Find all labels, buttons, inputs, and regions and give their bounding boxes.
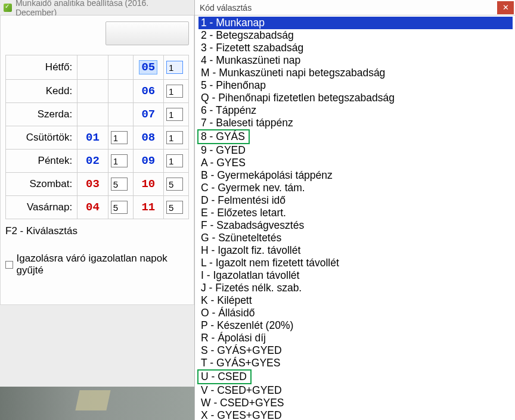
day-code-2 — [164, 196, 189, 219]
code-input[interactable] — [111, 178, 128, 191]
code-input[interactable] — [166, 85, 183, 98]
day-code-1 — [108, 103, 133, 126]
code-item[interactable]: J - Fizetés nélk. szab. — [198, 282, 513, 294]
code-item[interactable]: Q - Pihenőnapi fizetetlen betegszabadság — [198, 92, 513, 104]
day-row: Szerda:07 — [6, 103, 189, 126]
code-item[interactable]: G - Szüneteltetés — [198, 232, 513, 244]
main-body: Hétfő:05Kedd:06Szerda:07Csütörtök:0108Pé… — [0, 15, 194, 305]
day-number-2: 08 — [133, 126, 164, 150]
checkbox-box[interactable] — [5, 261, 13, 269]
day-row: Kedd:06 — [6, 80, 189, 103]
main-window: Munkaidő analitika beállítása (2016. Dec… — [0, 0, 194, 420]
code-input[interactable] — [111, 201, 128, 214]
day-number-1 — [77, 80, 108, 103]
code-item[interactable]: 1 - Munkanap — [198, 17, 513, 29]
day-code-2 — [164, 150, 189, 173]
day-grid: Hétfő:05Kedd:06Szerda:07Csütörtök:0108Pé… — [5, 55, 189, 219]
day-number-1: 02 — [77, 150, 108, 173]
day-code-1 — [108, 196, 133, 219]
day-code-2 — [164, 55, 189, 80]
close-icon: ✕ — [502, 3, 509, 12]
code-input[interactable] — [111, 154, 128, 167]
day-row: Vasárnap:0411 — [6, 196, 189, 219]
day-label: Csütörtök: — [6, 126, 77, 150]
day-number-1 — [77, 55, 108, 80]
code-input[interactable] — [166, 201, 183, 214]
day-code-2 — [164, 173, 189, 196]
day-number-2: 07 — [133, 103, 164, 126]
checkbox-label: Igazolásra váró igazolatlan napok gyűjté — [17, 253, 190, 276]
day-number-2: 05 — [133, 55, 164, 80]
code-item[interactable]: 3 - Fizetett szabadság — [198, 42, 513, 54]
code-dialog-title: Kód választás — [200, 3, 252, 13]
day-number-1: 03 — [77, 173, 108, 196]
day-code-1 — [108, 80, 133, 103]
toolbar-button[interactable] — [106, 21, 189, 45]
day-number-1: 01 — [77, 126, 108, 150]
day-label: Hétfő: — [6, 55, 77, 80]
day-number-2: 10 — [133, 173, 164, 196]
code-item[interactable]: K - Kilépett — [198, 294, 513, 307]
day-label: Péntek: — [6, 150, 77, 173]
checkbox-row[interactable]: Igazolásra váró igazolatlan napok gyűjté — [5, 253, 189, 276]
day-row: Csütörtök:0108 — [6, 126, 189, 150]
code-item[interactable]: U - CSED — [197, 369, 252, 384]
code-item[interactable]: T - GYÁS+GYES — [198, 357, 513, 369]
hint-text: F2 - Kiválasztás — [5, 225, 189, 237]
code-item[interactable]: C - Gyermek nev. tám. — [198, 182, 513, 194]
code-input[interactable] — [111, 131, 128, 144]
code-item[interactable]: D - Felmentési idő — [198, 194, 513, 207]
day-code-2 — [164, 103, 189, 126]
code-item[interactable]: 6 - Táppénz — [198, 104, 513, 117]
code-item[interactable]: O - Állásidő — [198, 307, 513, 319]
code-input[interactable] — [166, 61, 183, 74]
code-input[interactable] — [166, 108, 183, 121]
day-label: Szombat: — [6, 173, 77, 196]
code-item[interactable]: A - GYES — [198, 157, 513, 169]
code-input[interactable] — [166, 154, 183, 167]
day-code-1 — [108, 126, 133, 150]
code-item[interactable]: P - Készenlét (20%) — [198, 319, 513, 332]
day-number-1: 04 — [77, 196, 108, 219]
code-item[interactable]: 2 - Betegszabadság — [198, 29, 513, 42]
code-item[interactable]: 8 - GYÁS — [197, 129, 250, 144]
code-item[interactable]: I - Igazolatlan távollét — [198, 269, 513, 282]
day-label: Vasárnap: — [6, 196, 77, 219]
app-icon — [4, 4, 12, 12]
code-input[interactable] — [166, 131, 183, 144]
code-item[interactable]: 7 - Baleseti táppénz — [198, 117, 513, 129]
code-item[interactable]: W - CSED+GYES — [198, 397, 513, 409]
code-item[interactable]: V - CSED+GYED — [198, 384, 513, 397]
day-number-2: 06 — [133, 80, 164, 103]
code-dialog: Kód választás ✕ 1 - Munkanap2 - Betegsza… — [194, 0, 515, 420]
day-label: Kedd: — [6, 80, 77, 103]
day-row: Péntek:0209 — [6, 150, 189, 173]
day-number-2: 11 — [133, 196, 164, 219]
code-input[interactable] — [166, 178, 183, 191]
code-item[interactable]: 4 - Munkaszüneti nap — [198, 54, 513, 67]
code-item[interactable]: F - Szabadságvesztés — [198, 219, 513, 232]
code-list[interactable]: 1 - Munkanap2 - Betegszabadság3 - Fizete… — [195, 15, 515, 420]
code-item[interactable]: E - Előzetes letart. — [198, 207, 513, 219]
day-code-2 — [164, 126, 189, 150]
code-item[interactable]: X - GYES+GYED — [198, 409, 513, 420]
day-label: Szerda: — [6, 103, 77, 126]
code-item[interactable]: 5 - Pihenőnap — [198, 79, 513, 92]
day-code-1 — [108, 150, 133, 173]
code-item[interactable]: 9 - GYED — [198, 144, 513, 157]
code-item[interactable]: R - Ápolási díj — [198, 332, 513, 344]
main-title: Munkaidő analitika beállítása (2016. Dec… — [15, 0, 191, 17]
code-item[interactable]: L - Igazolt nem fizetett távollét — [198, 257, 513, 269]
close-button[interactable]: ✕ — [497, 1, 514, 14]
day-number-2: 09 — [133, 150, 164, 173]
day-number-1 — [77, 103, 108, 126]
code-item[interactable]: H - Igazolt fiz. távollét — [198, 244, 513, 257]
code-item[interactable]: B - Gyermekápolási táppénz — [198, 169, 513, 182]
main-titlebar: Munkaidő analitika beállítása (2016. Dec… — [0, 0, 194, 15]
code-item[interactable]: S - GYÁS+GYED — [198, 344, 513, 357]
code-item[interactable]: M - Munkaszüneti napi betegszabadság — [198, 67, 513, 79]
day-row: Szombat:0310 — [6, 173, 189, 196]
background-strip — [0, 387, 194, 420]
day-code-1 — [108, 55, 133, 80]
day-code-1 — [108, 173, 133, 196]
